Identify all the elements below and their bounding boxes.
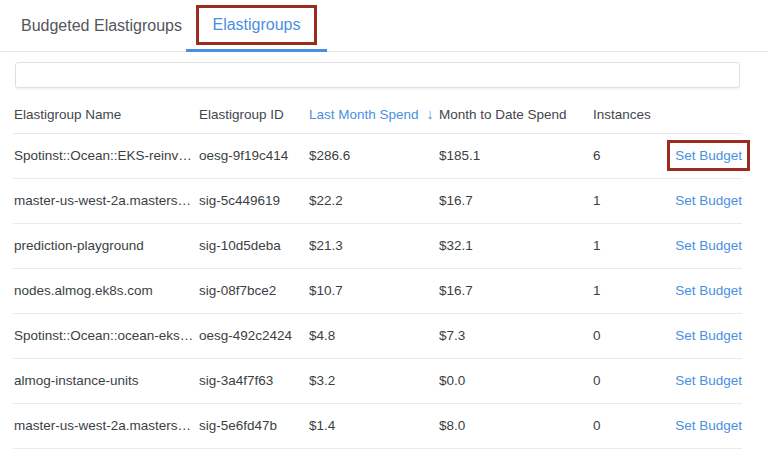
sort-desc-icon[interactable]: ↓ [427,106,434,122]
cell-last-month-spend: $21.3 [308,223,438,268]
tab-elastigroups-label: Elastigroups [212,16,300,33]
column-header-actions [662,88,742,133]
table-row: Spotinst::Ocean::ocean-eks… oesg-492c242… [13,313,742,358]
table-header-row: Elastigroup Name Elastigroup ID Last Mon… [13,88,742,133]
column-header-month-to-date-spend[interactable]: Month to Date Spend [438,88,592,133]
cell-elastigroup-name: prediction-playground [13,223,198,268]
set-budget-link[interactable]: Set Budget [675,373,742,388]
tab-bar: Budgeted Elastigroups Elastigroups [0,0,768,52]
cell-last-month-spend: $3.2 [308,358,438,403]
cell-action: Set Budget [662,133,742,178]
cell-last-month-spend: $4.8 [308,313,438,358]
table-row: nodes.almog.ek8s.com sig-08f7bce2 $10.7 … [13,268,742,313]
cell-elastigroup-id: sig-5c449619 [198,178,308,223]
cell-last-month-spend: $10.7 [308,268,438,313]
annotation-box-tab: Elastigroups [196,5,316,45]
set-budget-link[interactable]: Set Budget [675,193,742,208]
cell-elastigroup-name: Spotinst::Ocean::ocean-eks… [13,313,198,358]
cell-last-month-spend: $286.6 [308,133,438,178]
cell-elastigroup-name: nodes.almog.ek8s.com [13,268,198,313]
cell-month-to-date-spend: $8.0 [438,403,592,448]
cell-action: Set Budget [662,223,742,268]
table-row: master-us-west-2a.masters… sig-5e6fd47b … [13,403,742,448]
cell-elastigroup-name: Spotinst::Ocean::EKS-reinv… [13,133,198,178]
column-header-elastigroup-name[interactable]: Elastigroup Name [13,88,198,133]
cell-instances: 0 [592,403,662,448]
cell-elastigroup-name: almog-instance-units [13,358,198,403]
cell-action: Set Budget [662,403,742,448]
cell-month-to-date-spend: $16.7 [438,178,592,223]
set-budget-link[interactable]: Set Budget [675,238,742,253]
cell-elastigroup-id: sig-5e6fd47b [198,403,308,448]
cell-action: Set Budget [662,178,742,223]
cell-last-month-spend: $22.2 [308,178,438,223]
column-header-elastigroup-id[interactable]: Elastigroup ID [198,88,308,133]
cell-instances: 6 [592,133,662,178]
elastigroups-table: Elastigroup Name Elastigroup ID Last Mon… [13,88,742,449]
tab-budgeted-elastigroups[interactable]: Budgeted Elastigroups [21,0,182,52]
set-budget-link[interactable]: Set Budget [675,283,742,298]
cell-month-to-date-spend: $0.0 [438,358,592,403]
cell-elastigroup-id: sig-3a4f7f63 [198,358,308,403]
cell-instances: 1 [592,268,662,313]
column-header-instances[interactable]: Instances [592,88,662,133]
cell-month-to-date-spend: $32.1 [438,223,592,268]
cell-action: Set Budget [662,268,742,313]
cell-elastigroup-id: sig-10d5deba [198,223,308,268]
cell-last-month-spend: $1.4 [308,403,438,448]
cell-month-to-date-spend: $185.1 [438,133,592,178]
set-budget-link[interactable]: Set Budget [675,328,742,343]
cell-elastigroup-name: master-us-west-2a.masters… [13,403,198,448]
cell-elastigroup-id: oesg-9f19c414 [198,133,308,178]
cell-instances: 1 [592,178,662,223]
cell-elastigroup-id: sig-08f7bce2 [198,268,308,313]
table-row: almog-instance-units sig-3a4f7f63 $3.2 $… [13,358,742,403]
cell-action: Set Budget [662,313,742,358]
cell-elastigroup-id: oesg-492c2424 [198,313,308,358]
column-header-last-month-spend-label: Last Month Spend [309,107,419,122]
tab-elastigroups[interactable]: Elastigroups [186,0,327,52]
cell-action: Set Budget [662,358,742,403]
cell-month-to-date-spend: $16.7 [438,268,592,313]
tab-budgeted-elastigroups-label: Budgeted Elastigroups [21,17,182,35]
cell-month-to-date-spend: $7.3 [438,313,592,358]
set-budget-link[interactable]: Set Budget [675,418,742,433]
cell-instances: 0 [592,313,662,358]
table-row: master-us-west-2a.masters… sig-5c449619 … [13,178,742,223]
filter-row [0,52,768,88]
cell-instances: 0 [592,358,662,403]
set-budget-link[interactable]: Set Budget [675,148,742,163]
cell-instances: 1 [592,223,662,268]
cell-elastigroup-name: master-us-west-2a.masters… [13,178,198,223]
column-header-last-month-spend[interactable]: Last Month Spend↓ [308,88,438,133]
filter-input[interactable] [15,62,740,88]
table-row: prediction-playground sig-10d5deba $21.3… [13,223,742,268]
table-body: Spotinst::Ocean::EKS-reinv… oesg-9f19c41… [13,133,742,448]
table-row: Spotinst::Ocean::EKS-reinv… oesg-9f19c41… [13,133,742,178]
page: Budgeted Elastigroups Elastigroups Elast… [0,0,768,457]
